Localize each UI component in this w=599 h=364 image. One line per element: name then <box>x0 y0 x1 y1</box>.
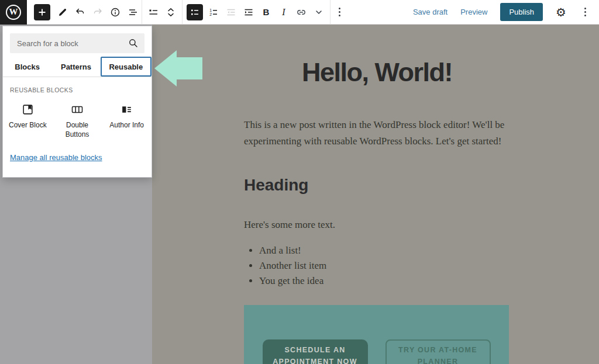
tab-blocks[interactable]: Blocks <box>3 57 51 77</box>
link-button[interactable] <box>292 0 310 25</box>
reusable-blocks-grid: Cover Block Double Buttons Author Info <box>3 103 152 139</box>
toolbar-right-group: Save draft Preview Publish ⚙ <box>413 0 599 25</box>
bulleted-list-button[interactable] <box>187 4 203 20</box>
info-icon <box>109 6 121 18</box>
list-item[interactable]: You get the idea <box>259 275 510 287</box>
outdent-button[interactable] <box>222 0 240 25</box>
heading-block[interactable]: Heading <box>244 176 510 195</box>
block-mover-button[interactable] <box>162 0 180 25</box>
preview-button[interactable]: Preview <box>460 8 487 16</box>
outdent-icon <box>225 6 237 18</box>
reusable-block-label: Double Buttons <box>57 121 98 139</box>
list-block: And a list! Another list item You get th… <box>244 245 510 287</box>
add-block-button[interactable] <box>34 4 50 20</box>
bulleted-list-icon <box>189 6 201 18</box>
block-mover-icon <box>165 6 177 18</box>
list-view-button[interactable] <box>124 0 142 25</box>
tab-patterns[interactable]: Patterns <box>51 57 100 77</box>
chevron-down-icon <box>313 6 325 18</box>
indent-button[interactable] <box>240 0 257 25</box>
annotation-arrow-icon <box>154 50 202 86</box>
reusable-block-label: Cover Block <box>7 121 48 130</box>
wordpress-logo-letter: W <box>6 5 21 20</box>
undo-icon <box>74 6 86 18</box>
more-formats-button[interactable] <box>310 0 328 25</box>
block-options-button[interactable] <box>331 0 348 25</box>
save-draft-button[interactable]: Save draft <box>413 8 447 16</box>
text-paragraph-block[interactable]: Here's some more text. <box>244 219 510 231</box>
numbered-list-icon: 12 <box>208 6 219 18</box>
schedule-appointment-button[interactable]: SCHEDULE AN APPOINTMENT NOW <box>263 339 368 364</box>
details-button[interactable] <box>106 0 124 25</box>
author-info-icon <box>121 103 133 116</box>
search-input[interactable] <box>10 33 144 53</box>
italic-label: I <box>282 7 285 18</box>
wordpress-block-editor: W <box>0 0 599 364</box>
reusable-block-label: Author Info <box>106 121 147 130</box>
tools-button[interactable] <box>54 0 71 25</box>
list-view-icon <box>127 6 139 18</box>
svg-text:1: 1 <box>209 8 212 12</box>
reusable-block-cover[interactable]: Cover Block <box>3 103 53 139</box>
at-home-planner-button[interactable]: TRY OUR AT-HOME PLANNER <box>385 339 491 364</box>
undo-button[interactable] <box>71 0 89 25</box>
cta-cover-block[interactable]: SCHEDULE AN APPOINTMENT NOW TRY OUR AT-H… <box>244 305 509 364</box>
bold-label: B <box>263 7 270 17</box>
tab-reusable[interactable]: Reusable <box>101 57 152 77</box>
wordpress-logo[interactable]: W <box>0 0 27 25</box>
post-title-block[interactable]: Hello, World! <box>244 57 510 88</box>
block-search <box>10 33 144 53</box>
select-list-block-button[interactable] <box>144 0 162 25</box>
settings-button[interactable]: ⚙ <box>556 6 566 18</box>
columns-icon <box>71 103 84 116</box>
bold-button[interactable]: B <box>257 0 275 25</box>
inserter-tabs: Blocks Patterns Reusable <box>3 57 152 77</box>
indent-icon <box>243 6 254 18</box>
list-block-parent-icon <box>147 6 159 18</box>
svg-text:2: 2 <box>209 12 212 16</box>
post-body: Hello, World! This is a new post written… <box>244 57 510 364</box>
cta-buttons-row: SCHEDULE AN APPOINTMENT NOW TRY OUR AT-H… <box>244 305 509 364</box>
block-inserter-panel: Blocks Patterns Reusable REUSABLE BLOCKS… <box>2 26 152 178</box>
list-item[interactable]: Another list item <box>259 260 510 272</box>
redo-button[interactable] <box>89 0 106 25</box>
redo-icon <box>92 6 104 18</box>
numbered-list-button[interactable]: 12 <box>205 0 222 25</box>
manage-reusable-blocks-link[interactable]: Manage all reusable blocks <box>10 153 102 162</box>
list-item[interactable]: And a list! <box>259 245 510 256</box>
reusable-block-author-info[interactable]: Author Info <box>102 103 152 139</box>
link-icon <box>295 6 307 18</box>
italic-button[interactable]: I <box>275 0 292 25</box>
reusable-block-double-buttons[interactable]: Double Buttons <box>53 103 102 139</box>
editor-canvas: Hello, World! This is a new post written… <box>152 25 599 364</box>
options-kebab-icon <box>339 8 340 16</box>
block-parent-group <box>142 0 182 24</box>
edit-pencil-icon <box>57 6 68 18</box>
cover-block-icon <box>22 103 34 116</box>
list-format-group: 12 B I <box>183 0 330 24</box>
add-block-icon <box>36 6 48 18</box>
reusable-blocks-section-title: REUSABLE BLOCKS <box>10 86 144 93</box>
editor-toolbar: W <box>0 0 599 25</box>
more-tools-button[interactable] <box>579 0 591 25</box>
more-kebab-icon <box>584 8 586 16</box>
search-icon <box>128 37 139 49</box>
settings-gear-icon: ⚙ <box>556 6 566 19</box>
intro-paragraph-block[interactable]: This is a new post written in the WordPr… <box>244 117 510 149</box>
publish-button[interactable]: Publish <box>500 3 543 21</box>
